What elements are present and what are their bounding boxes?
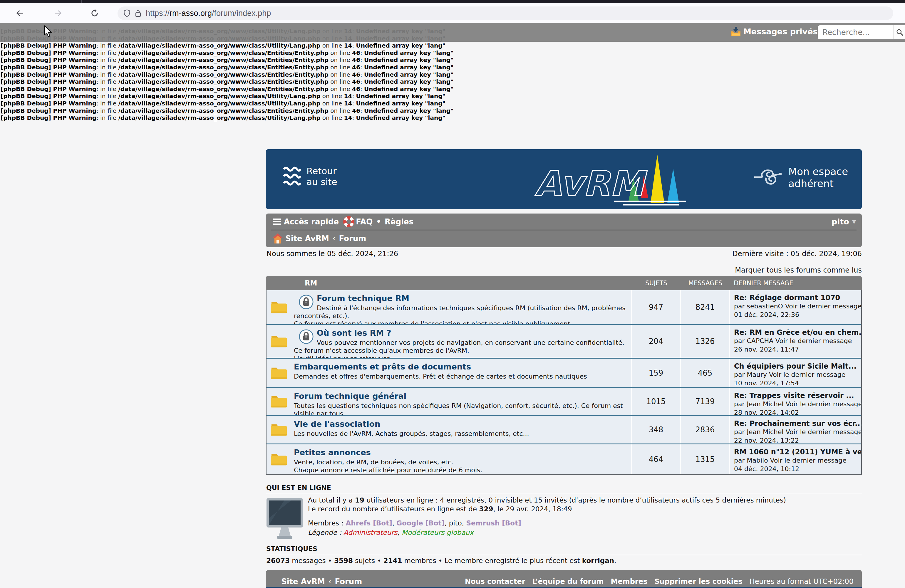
forum-table-header: RM SUJETS MESSAGES DERNIER MESSAGE [266, 276, 862, 290]
last-post-title-link[interactable]: Re: Réglage dormant 1070 [734, 294, 857, 302]
browser-toolbar: https://rm-asso.org/forum/index.php [0, 3, 905, 24]
inline-text: , le 29 avr. 2024, 18:49 [493, 505, 572, 513]
inline-text: , [462, 519, 466, 527]
view-last-post-link[interactable]: Voir le dernier message [784, 400, 861, 408]
last-visit: Dernière visite : 05 déc. 2024, 19:06 [266, 250, 862, 258]
view-last-post-link[interactable]: Voir le dernier message [784, 428, 861, 436]
last-post-username-link[interactable]: Jean Michel [747, 400, 783, 408]
forum-title-link[interactable]: Petites annonces [294, 447, 626, 457]
forum-row: Forum technique RMDestiné à l'échange de… [267, 290, 861, 324]
php-warning-line: [phpBB Debug] PHP Warning: in file /data… [1, 114, 453, 122]
folder-icon [270, 453, 287, 466]
inline-text: Au total il y a [308, 496, 355, 504]
stats-summary: 26073 messages • 3598 sujets • 2141 memb… [266, 557, 616, 564]
search-box[interactable] [818, 25, 894, 40]
last-post-title-link[interactable]: Re: Prochainement sur vos écr... [734, 419, 857, 428]
lock-icon[interactable] [135, 9, 141, 17]
forum-nav-bar: Accès rapide FAQ • Règles pito ▼ Site Av… [266, 214, 862, 247]
inline-link[interactable]: Semrush [Bot] [466, 519, 521, 527]
folder-icon [270, 334, 287, 348]
inline-link[interactable]: Administrateurs [343, 529, 397, 536]
forum-title-link[interactable]: Vie de l'association [294, 419, 626, 428]
footer-link[interactable]: Supprimer les cookies [654, 577, 742, 586]
view-last-post-link[interactable]: Voir le dernier message [773, 337, 852, 344]
php-warning-line: [phpBB Debug] PHP Warning: in file /data… [1, 100, 453, 107]
inline-text: utilisateurs en ligne : 4 enregistrés, 0… [364, 496, 786, 504]
quick-access-link[interactable]: Accès rapide [284, 217, 339, 226]
inline-link[interactable]: Google [Bot] [396, 519, 445, 527]
last-post-username-link[interactable]: Maury [747, 371, 767, 378]
last-post-username-link[interactable]: Jean Michel [747, 428, 783, 436]
view-last-post-link[interactable]: Voir le dernier message [783, 303, 861, 310]
search-button[interactable] [894, 25, 905, 40]
member-space-link[interactable]: Mon espaceadhérent [754, 166, 848, 190]
topics-count: 464 [631, 444, 680, 474]
online-members: Membres : Ahrefs [Bot], Google [Bot], pi… [308, 519, 521, 527]
url-bar[interactable]: https://rm-asso.org/forum/index.php [117, 6, 893, 20]
footer-forum-link[interactable]: Forum [335, 577, 362, 586]
last-post-username-link[interactable]: sebastienO [747, 303, 783, 310]
posts-count: 7139 [680, 388, 729, 415]
shield-icon[interactable] [123, 9, 131, 17]
footer-link[interactable]: Nous contacter [465, 577, 526, 586]
inline-link[interactable]: Modérateurs globaux [402, 529, 474, 536]
php-warning-line: [phpBB Debug] PHP Warning: in file /data… [1, 42, 453, 49]
inline-text: 329 [479, 505, 493, 513]
footer-link[interactable]: Membres [611, 577, 648, 586]
logo-text: AvRM [535, 163, 648, 204]
last-post-username-link[interactable]: Mabilo [747, 457, 768, 464]
posts-count: 1326 [680, 325, 729, 358]
username-label: pito [832, 217, 849, 226]
last-post-date: 01 déc. 2024, 22:36 [734, 311, 857, 319]
forum-title-link[interactable]: Forum technique général [294, 391, 626, 401]
inline-link[interactable]: pito [449, 519, 462, 527]
hamburger-icon[interactable] [273, 219, 281, 225]
inline-link[interactable]: Ahrefs [Bot] [346, 519, 392, 527]
faq-link[interactable]: FAQ [356, 217, 373, 226]
view-last-post-link[interactable]: Voir le dernier message [767, 371, 845, 378]
forum-title-link[interactable]: Forum technique RM [294, 293, 626, 303]
forward-icon[interactable] [51, 6, 65, 20]
last-post-title-link[interactable]: Re: Trappes visite réservoir ... [734, 391, 857, 400]
forum-table: RM SUJETS MESSAGES DERNIER MESSAGE Forum… [266, 276, 862, 475]
avrm-logo[interactable]: AvRM [526, 152, 691, 208]
waves-icon [283, 166, 301, 187]
inbox-icon [730, 27, 741, 36]
footer-link[interactable]: L’équipe du forum [532, 577, 604, 586]
forum-title-link[interactable]: Où sont les RM ? [294, 328, 626, 338]
last-post-author: par sebastienO Voir le dernier message [734, 302, 857, 311]
posts-count: 8241 [680, 290, 729, 324]
mark-forums-read-link[interactable]: Marquer tous les forums comme lus [266, 266, 862, 274]
online-legend: Légende : Administrateurs, Modérateurs g… [308, 529, 474, 536]
lifering-icon [343, 216, 355, 228]
inline-text: 26073 [266, 557, 290, 564]
back-to-site-link[interactable]: Retourau site [283, 166, 337, 187]
view-last-post-link[interactable]: Voir le dernier message [768, 457, 846, 464]
inline-text: membres • Le membre enregistré le plus r… [402, 557, 582, 564]
forum-top-bar: Messages privés [0] [0, 23, 905, 42]
last-post-title-link[interactable]: Re: RM en Grèce et/ou en chem... [734, 328, 857, 337]
last-post-username-link[interactable]: CAPCHA [747, 337, 773, 344]
posts-count: 2836 [680, 416, 729, 444]
php-warning-line: [phpBB Debug] PHP Warning: in file /data… [1, 71, 453, 78]
footer-site-link[interactable]: Site AvRM [281, 577, 325, 586]
breadcrumb-forum-link[interactable]: Forum [339, 234, 366, 243]
forum-title-link[interactable]: Embarquements et prêts de documents [294, 361, 626, 371]
inline-text: 19 [355, 496, 364, 504]
search-input[interactable] [822, 28, 888, 37]
rules-link[interactable]: Règles [385, 217, 413, 226]
last-post-title-link[interactable]: Ch équipiers pour Sicile Malt... [734, 362, 857, 370]
category-link[interactable]: RM [291, 279, 632, 287]
posts-count: 465 [680, 359, 729, 387]
inline-text: sujets • [353, 557, 383, 564]
column-topics: SUJETS [632, 280, 681, 287]
reload-icon[interactable] [87, 6, 102, 20]
home-icon[interactable] [272, 233, 283, 244]
forum-row: Petites annoncesVente, location, de RM, … [267, 444, 861, 474]
user-menu[interactable]: pito ▼ [832, 214, 856, 230]
back-icon[interactable] [13, 6, 27, 20]
breadcrumb-site-link[interactable]: Site AvRM [285, 234, 329, 243]
inline-link[interactable]: korrigan [582, 557, 614, 564]
last-post-title-link[interactable]: RM 1060 n°12 (2011) YUME à ve... [734, 448, 857, 456]
posts-count: 1315 [680, 444, 729, 474]
